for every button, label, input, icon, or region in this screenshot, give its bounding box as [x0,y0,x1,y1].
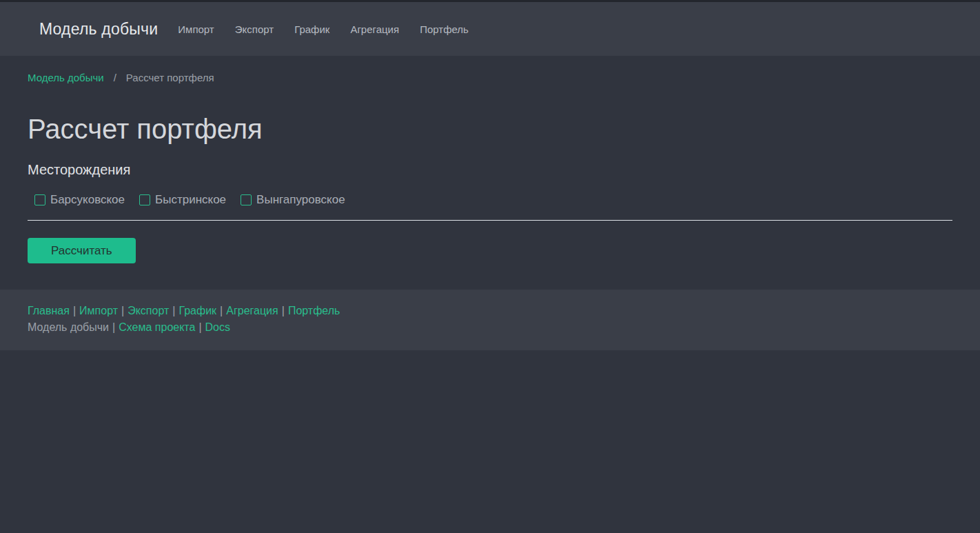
footer-separator: | [121,305,124,316]
footer-link-portfolio[interactable]: Портфель [288,305,340,316]
navbar-menu: Импорт Экспорт График Агрегация Портфель [167,23,479,35]
calculate-button[interactable]: Рассчитать [28,238,136,263]
footer-nav-line: Главная|Импорт|Экспорт|График|Агрегация|… [28,303,952,319]
footer-link-home[interactable]: Главная [28,305,70,316]
footer-link-import[interactable]: Импорт [79,305,118,316]
fields-checkbox-row: Барсуковское Быстринское Вынгапуровское [34,193,952,207]
checkbox-vyngapurovskoe[interactable] [241,194,252,205]
footer-separator: | [282,305,285,316]
checkbox-item-bystrinskoe[interactable]: Быстринское [139,193,226,207]
nav-item-aggregation[interactable]: Агрегация [340,23,409,35]
footer-separator: | [220,305,223,316]
footer-credits-line: Модель добычи|Схема проекта|Docs [28,319,952,336]
nav-item-export[interactable]: Экспорт [225,23,284,35]
checkbox-label-bystrinskoe: Быстринское [155,193,226,207]
breadcrumb-separator: / [114,72,116,83]
nav-item-chart[interactable]: График [284,23,340,35]
breadcrumb-home-link[interactable]: Модель добычи [28,72,104,83]
brand-link[interactable]: Модель добычи [39,20,158,39]
fields-section-heading: Месторождения [28,162,952,178]
top-navbar: Модель добычи Импорт Экспорт График Агре… [0,0,980,56]
footer-link-docs[interactable]: Docs [205,321,230,333]
footer-separator: | [172,305,175,316]
breadcrumb-current: Рассчет портфеля [126,72,214,83]
footer-separator: | [73,305,76,316]
checkbox-item-barsukovskoe[interactable]: Барсуковское [34,193,125,207]
footer-separator: | [112,321,115,333]
checkbox-bystrinskoe[interactable] [139,194,150,205]
footer-app-name: Модель добычи [28,321,109,333]
checkbox-label-barsukovskoe: Барсуковское [50,193,125,207]
footer-link-chart[interactable]: График [178,305,216,316]
breadcrumb: Модель добычи / Рассчет портфеля [0,56,980,83]
footer-link-project-schema[interactable]: Схема проекта [119,321,195,333]
footer-link-aggregation[interactable]: Агрегация [226,305,278,316]
page-title: Рассчет портфеля [28,112,952,145]
content-divider [28,220,952,221]
page-footer: Главная|Импорт|Экспорт|График|Агрегация|… [0,290,980,350]
app-window: Модель добычи Импорт Экспорт График Агре… [0,0,980,533]
checkbox-item-vyngapurovskoe[interactable]: Вынгапуровское [241,193,345,207]
footer-link-export[interactable]: Экспорт [127,305,169,316]
checkbox-barsukovskoe[interactable] [34,194,45,205]
footer-separator: | [198,321,201,333]
checkbox-label-vyngapurovskoe: Вынгапуровское [256,193,345,207]
nav-item-portfolio[interactable]: Портфель [409,23,479,35]
nav-item-import[interactable]: Импорт [167,23,224,35]
